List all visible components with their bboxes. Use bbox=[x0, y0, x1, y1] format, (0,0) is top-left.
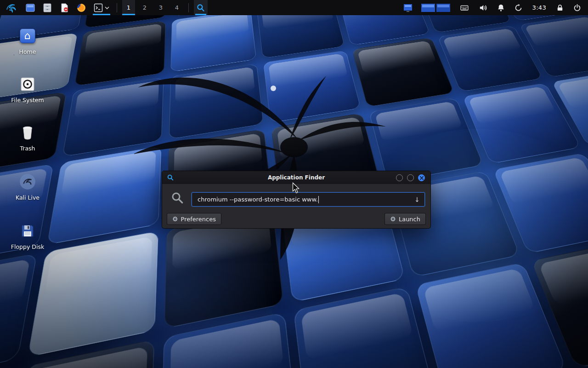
desktop-screen: 1 2 3 4 bbox=[0, 0, 588, 368]
magnifier-icon bbox=[196, 3, 205, 12]
maximize-button[interactable] bbox=[407, 174, 414, 181]
application-finder-icon bbox=[167, 174, 174, 183]
kali-logo-icon bbox=[6, 2, 18, 13]
trash-icon bbox=[9, 123, 46, 142]
desktop-icon-label: File System bbox=[9, 97, 46, 104]
close-icon bbox=[420, 176, 424, 180]
terminal-launcher[interactable] bbox=[91, 0, 112, 15]
close-button[interactable] bbox=[418, 174, 425, 181]
home-icon: ⌂ bbox=[9, 27, 46, 45]
desktop-icon-file-system[interactable]: File System bbox=[9, 75, 46, 104]
terminal-icon bbox=[94, 3, 103, 12]
desktop-icon-home[interactable]: ⌂ Home bbox=[9, 27, 46, 55]
notifications-bell-icon bbox=[497, 3, 505, 12]
preferences-button[interactable]: ⚙ Preferences bbox=[167, 213, 221, 225]
workspace-button-1[interactable]: 1 bbox=[122, 0, 135, 15]
search-input[interactable]: chromium --password-store=basic www. ↓ bbox=[192, 192, 425, 207]
file-system-icon bbox=[9, 75, 46, 93]
taskbar-item-application-finder[interactable] bbox=[194, 0, 208, 15]
search-icon bbox=[170, 191, 184, 207]
launch-button[interactable]: ⚙ Launch bbox=[384, 213, 426, 225]
file-manager-launcher[interactable] bbox=[23, 0, 37, 15]
firefox-icon bbox=[77, 3, 86, 12]
minimize-button[interactable] bbox=[396, 174, 403, 181]
launch-label: Launch bbox=[399, 216, 420, 223]
tray-refresh[interactable] bbox=[511, 0, 526, 15]
desktop-icon-floppy-disk[interactable]: Floppy Disk bbox=[9, 222, 46, 250]
panel-separator bbox=[188, 3, 189, 12]
file-cabinet-icon bbox=[43, 3, 52, 12]
archive-launcher[interactable] bbox=[40, 0, 54, 15]
gear-icon: ⚙ bbox=[172, 216, 178, 222]
tray-power[interactable] bbox=[570, 0, 584, 15]
firefox-launcher[interactable] bbox=[74, 0, 88, 15]
panel-separator bbox=[117, 3, 117, 12]
tray-keyboard[interactable] bbox=[457, 0, 472, 15]
kali-menu-button[interactable] bbox=[4, 0, 20, 15]
launch-gear-icon: ⚙ bbox=[390, 216, 396, 222]
home-glyph: ⌂ bbox=[24, 31, 31, 41]
desktop-icon-label: Trash bbox=[9, 145, 46, 152]
lock-icon bbox=[556, 3, 564, 12]
kali-live-icon bbox=[9, 172, 46, 191]
workspace-button-2[interactable]: 2 bbox=[138, 0, 151, 15]
tray-lock[interactable] bbox=[553, 0, 567, 15]
volume-icon bbox=[478, 3, 488, 12]
text-editor-launcher[interactable] bbox=[57, 0, 71, 15]
keyboard-icon bbox=[459, 3, 469, 12]
tray-window-preview[interactable] bbox=[401, 0, 415, 15]
desktop-icon-label: Kali Live bbox=[9, 194, 46, 201]
tray-windows-strip[interactable] bbox=[418, 0, 453, 15]
desktop-icon-trash[interactable]: Trash bbox=[9, 123, 46, 152]
windows-strip-icon bbox=[421, 3, 451, 13]
text-caret bbox=[318, 196, 319, 203]
top-panel: 1 2 3 4 bbox=[0, 0, 588, 15]
finder-body: chromium --password-store=basic www. ↓ ⚙… bbox=[162, 184, 430, 229]
application-finder-window: Application Finder chromium --password-s… bbox=[162, 171, 431, 229]
desktop-icon-label: Home bbox=[9, 48, 46, 55]
refresh-icon bbox=[514, 3, 523, 12]
titlebar[interactable]: Application Finder bbox=[162, 171, 430, 184]
workspace-button-3[interactable]: 3 bbox=[154, 0, 167, 15]
window-title: Application Finder bbox=[268, 174, 325, 181]
window-preview-icon bbox=[403, 3, 413, 13]
document-editor-icon bbox=[60, 3, 69, 12]
power-icon bbox=[573, 3, 582, 12]
clock[interactable]: 3:43 bbox=[529, 4, 550, 11]
workspace-button-4[interactable]: 4 bbox=[170, 0, 183, 15]
desktop-icon-kali-live[interactable]: Kali Live bbox=[9, 172, 46, 201]
tray-volume[interactable] bbox=[475, 0, 491, 15]
search-input-value: chromium --password-store=basic www. bbox=[198, 196, 318, 203]
tray-notifications[interactable] bbox=[494, 0, 508, 15]
floppy-disk-icon bbox=[9, 222, 46, 240]
terminal-dropdown-chevron-icon[interactable] bbox=[105, 6, 109, 10]
preferences-label: Preferences bbox=[181, 216, 216, 223]
file-manager-window-icon bbox=[26, 3, 35, 12]
dropdown-arrow-icon[interactable]: ↓ bbox=[413, 195, 422, 205]
desktop-icon-label: Floppy Disk bbox=[9, 243, 46, 250]
